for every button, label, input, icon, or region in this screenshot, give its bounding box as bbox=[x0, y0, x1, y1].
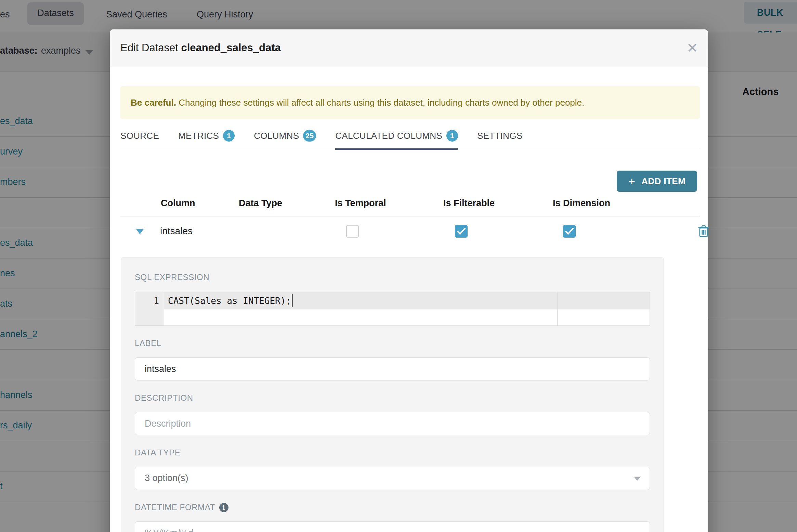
text-cursor bbox=[292, 294, 293, 307]
header-is-filterable: Is Filterable bbox=[443, 198, 495, 209]
expand-caret-icon[interactable] bbox=[136, 229, 144, 234]
warning-bold: Be careful. bbox=[131, 97, 176, 108]
tab-metrics[interactable]: METRICS1 bbox=[178, 130, 235, 150]
header-is-temporal: Is Temporal bbox=[335, 198, 386, 209]
description-input[interactable] bbox=[135, 412, 650, 435]
modal-tabs: SOURCEMETRICS1COLUMNS25CALCULATED COLUMN… bbox=[120, 130, 700, 150]
tab-label: SETTINGS bbox=[477, 131, 522, 141]
tab-calculated-columns[interactable]: CALCULATED COLUMNS1 bbox=[335, 130, 458, 150]
toolbar: + ADD ITEM bbox=[120, 171, 700, 192]
edit-dataset-modal: Edit Dataset cleaned_sales_data ✕ Be car… bbox=[110, 29, 708, 532]
datetime-format-input[interactable] bbox=[135, 521, 650, 532]
modal-body: Be careful. Changing these settings will… bbox=[120, 67, 700, 532]
data-type-field-label: DATA TYPE bbox=[135, 448, 650, 457]
tab-count-badge: 25 bbox=[303, 130, 316, 142]
is-dimension-checkbox[interactable] bbox=[563, 225, 576, 238]
calculated-column-row: intsales bbox=[120, 216, 700, 247]
warning-banner: Be careful. Changing these settings will… bbox=[120, 86, 700, 119]
chevron-down-icon bbox=[634, 477, 641, 481]
modal-title: Edit Dataset cleaned_sales_data bbox=[120, 42, 281, 54]
data-type-select[interactable]: 3 option(s) bbox=[135, 467, 650, 490]
editor-gutter: 1 bbox=[135, 292, 164, 325]
tab-columns[interactable]: COLUMNS25 bbox=[254, 130, 316, 150]
header-column: Column bbox=[161, 198, 195, 209]
editor-print-margin bbox=[557, 292, 558, 325]
datetime-format-field-label: DATETIME FORMAT i bbox=[135, 503, 650, 512]
tab-label: METRICS bbox=[178, 131, 219, 141]
is-temporal-checkbox[interactable] bbox=[346, 225, 359, 238]
is-filterable-checkbox[interactable] bbox=[455, 225, 468, 238]
header-is-dimension: Is Dimension bbox=[553, 198, 610, 209]
label-input[interactable] bbox=[135, 357, 650, 381]
tab-label: SOURCE bbox=[120, 131, 159, 141]
tab-settings[interactable]: SETTINGS bbox=[477, 130, 522, 150]
tab-count-badge: 1 bbox=[223, 130, 235, 142]
tab-label: COLUMNS bbox=[254, 131, 299, 141]
dataset-name: cleaned_sales_data bbox=[181, 42, 280, 54]
label-field-label: LABEL bbox=[135, 338, 650, 348]
sql-editor[interactable]: 1 CAST(Sales as INTEGER); bbox=[135, 292, 650, 326]
warning-text: Changing these settings will affect all … bbox=[176, 97, 584, 108]
trash-icon[interactable] bbox=[698, 225, 709, 238]
screen: es Datasets Saved Queries Query History … bbox=[0, 0, 797, 532]
columns-header-row: Column Data Type Is Temporal Is Filterab… bbox=[120, 192, 700, 216]
add-item-button[interactable]: + ADD ITEM bbox=[617, 171, 697, 192]
sql-expression-label: SQL EXPRESSION bbox=[135, 272, 650, 282]
calculated-column-detail-panel: SQL EXPRESSION 1 CAST(Sales as INTEGER);… bbox=[121, 257, 664, 532]
header-data-type: Data Type bbox=[239, 198, 282, 209]
column-name: intsales bbox=[160, 226, 193, 237]
tab-label: CALCULATED COLUMNS bbox=[335, 131, 442, 141]
modal-header: Edit Dataset cleaned_sales_data ✕ bbox=[110, 29, 708, 67]
description-field-label: DESCRIPTION bbox=[135, 393, 650, 403]
close-icon[interactable]: ✕ bbox=[684, 40, 701, 56]
info-icon[interactable]: i bbox=[219, 503, 228, 512]
plus-icon: + bbox=[628, 175, 635, 187]
sql-code: CAST(Sales as INTEGER); bbox=[168, 296, 291, 306]
tab-count-badge: 1 bbox=[446, 130, 458, 142]
tab-source[interactable]: SOURCE bbox=[120, 130, 159, 150]
line-number: 1 bbox=[154, 296, 159, 306]
